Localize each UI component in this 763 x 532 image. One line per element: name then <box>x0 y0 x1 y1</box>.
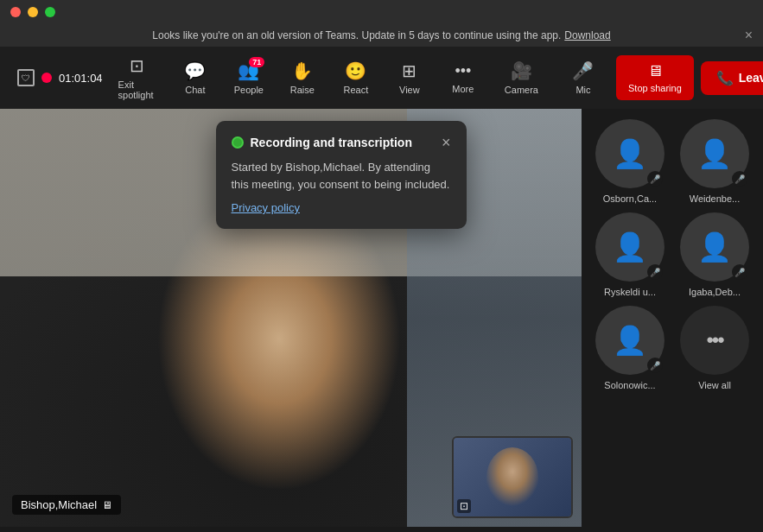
participant-card-igaba[interactable]: 👤 🎤 Igaba,Deb... <box>677 212 753 297</box>
participants-sidebar: 👤 🎤 Osborn,Ca... 👤 🎤 Weidenbe... 👤 🎤 Rys… <box>582 109 763 527</box>
participant-name-ryskeldi: Ryskeldi u... <box>604 287 656 297</box>
main-content: Recording and transcription × Started by… <box>0 109 763 527</box>
participant-name-solonowic: Solonowic... <box>604 380 655 390</box>
raise-button[interactable]: ✋ Raise <box>277 55 328 100</box>
view-all-label: View all <box>698 380 731 390</box>
close-button[interactable] <box>10 7 21 17</box>
leave-label: Leave <box>739 71 763 85</box>
mic-button[interactable]: 🎤 Mic <box>557 55 609 100</box>
video-area: Recording and transcription × Started by… <box>0 109 582 527</box>
self-video-thumbnail: ⊡ <box>452 436 573 518</box>
speaker-screen-icon: 🖥 <box>102 499 112 511</box>
avatar-container-solonowic: 👤 🎤 <box>595 306 664 375</box>
chat-icon: 💬 <box>184 60 206 81</box>
leave-phone-icon: 📞 <box>716 70 734 86</box>
popup-body-text: Started by Bishop,Michael. By attending … <box>232 159 451 193</box>
mic-icon: 🎤 <box>572 60 594 81</box>
shield-icon: 🛡 <box>17 69 35 86</box>
raise-icon: ✋ <box>291 60 313 81</box>
self-video-pip-icon: ⊡ <box>457 499 471 513</box>
avatar-container-igaba: 👤 🎤 <box>680 212 749 282</box>
view-label: View <box>399 85 420 95</box>
exit-spotlight-icon: ⊡ <box>130 55 144 76</box>
participant-name-osborn: Osborn,Ca... <box>603 193 657 204</box>
view-all-card[interactable]: ••• View all <box>677 306 753 390</box>
avatar-container-ryskeldi: 👤 🎤 <box>595 212 664 282</box>
speaker-name: Bishop,Michael <box>21 498 97 511</box>
toolbar-left: 🛡 01:01:04 <box>17 69 103 86</box>
raise-label: Raise <box>290 85 315 95</box>
mic-indicator-osborn: 🎤 <box>647 171 663 187</box>
mic-indicator-solonowic: 🎤 <box>647 358 663 373</box>
popup-title-row: Recording and transcription <box>232 136 412 149</box>
people-button[interactable]: 👥71 People <box>223 55 275 100</box>
stop-sharing-icon: 🖥 <box>647 62 663 80</box>
avatar-container-weidenbe: 👤 🎤 <box>680 119 749 188</box>
toolbar-center: ⊡ Exit spotlight 💬 Chat 👥71 People ✋ Rai… <box>106 50 489 105</box>
mic-label: Mic <box>575 85 590 95</box>
chat-button[interactable]: 💬 Chat <box>169 55 221 100</box>
title-bar <box>0 0 763 24</box>
react-label: React <box>343 85 368 95</box>
recording-dot <box>232 136 244 149</box>
people-badge: 71 <box>249 57 264 67</box>
maximize-button[interactable] <box>45 7 55 17</box>
camera-label: Camera <box>505 85 538 95</box>
record-indicator <box>41 73 52 83</box>
react-icon: 🙂 <box>345 60 366 81</box>
call-timer: 01:01:04 <box>59 72 103 85</box>
popup-header: Recording and transcription × <box>232 135 451 150</box>
update-banner: Looks like you're on an old version of T… <box>0 24 763 47</box>
view-button[interactable]: ⊞ View <box>384 55 436 100</box>
recording-popup: Recording and transcription × Started by… <box>216 121 467 229</box>
toolbar: 🛡 01:01:04 ⊡ Exit spotlight 💬 Chat 👥71 P… <box>0 47 763 109</box>
participant-name-weidenbe: Weidenbe... <box>690 193 741 204</box>
privacy-policy-link[interactable]: Privacy policy <box>232 201 300 214</box>
leave-button[interactable]: 📞 Leave <box>701 61 763 95</box>
stop-sharing-label: Stop sharing <box>628 83 682 93</box>
mic-indicator-weidenbe: 🎤 <box>732 171 747 187</box>
download-link[interactable]: Download <box>564 29 610 41</box>
participant-card-weidenbe[interactable]: 👤 🎤 Weidenbe... <box>677 119 753 204</box>
popup-close-button[interactable]: × <box>442 135 451 150</box>
view-icon: ⊞ <box>402 60 416 81</box>
banner-close-button[interactable]: × <box>745 28 753 42</box>
avatar-container-osborn: 👤 🎤 <box>595 119 664 188</box>
react-button[interactable]: 🙂 React <box>330 55 382 100</box>
participant-card-solonowic[interactable]: 👤 🎤 Solonowic... <box>592 306 668 390</box>
camera-button[interactable]: 🎥 Camera <box>493 55 550 100</box>
more-label: More <box>452 84 474 94</box>
participant-card-ryskeldi[interactable]: 👤 🎤 Ryskeldi u... <box>592 212 668 297</box>
exit-spotlight-button[interactable]: ⊡ Exit spotlight <box>106 50 168 105</box>
avatar-view-all: ••• <box>680 306 749 375</box>
speaker-name-badge: Bishop,Michael 🖥 <box>12 495 121 515</box>
self-video-bg <box>454 438 571 516</box>
people-label: People <box>234 85 264 95</box>
more-icon: ••• <box>455 62 471 80</box>
participant-card-osborn[interactable]: 👤 🎤 Osborn,Ca... <box>592 119 668 204</box>
people-icon: 👥71 <box>238 60 259 81</box>
participant-name-igaba: Igaba,Deb... <box>689 287 741 297</box>
chat-label: Chat <box>185 85 205 95</box>
more-button[interactable]: ••• More <box>437 57 489 99</box>
exit-spotlight-label: Exit spotlight <box>118 79 156 100</box>
stop-sharing-button[interactable]: 🖥 Stop sharing <box>616 55 694 100</box>
mic-indicator-igaba: 🎤 <box>732 264 747 280</box>
banner-text: Looks like you're on an old version of T… <box>152 29 561 41</box>
popup-title: Recording and transcription <box>251 136 412 149</box>
mic-indicator-ryskeldi: 🎤 <box>647 264 663 280</box>
self-person-silhouette <box>486 447 538 508</box>
toolbar-right: 🎥 Camera 🎤 Mic 🖥 Stop sharing 📞 Leave <box>493 55 763 100</box>
camera-icon: 🎥 <box>511 60 532 81</box>
avatar-container-view-all: ••• <box>680 306 749 375</box>
minimize-button[interactable] <box>28 7 38 17</box>
